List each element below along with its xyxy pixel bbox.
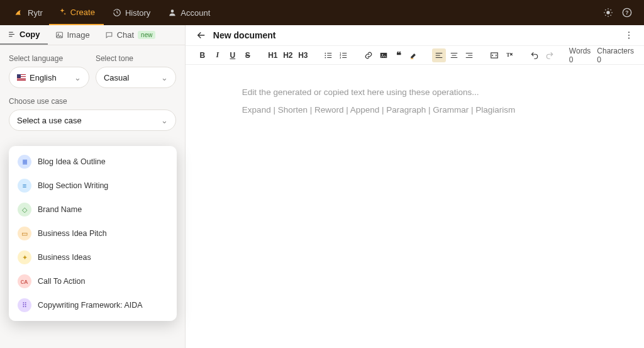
help-icon: ? <box>622 8 632 18</box>
nav-create-label: Create <box>70 8 95 17</box>
strike-button[interactable]: S <box>241 48 255 62</box>
sun-icon <box>603 8 613 18</box>
usecase-value: Select a use case <box>17 116 82 125</box>
flag-us-icon <box>17 74 26 81</box>
usecase-option[interactable]: ◇Brand Name <box>9 198 177 222</box>
doc-header: New document <box>186 25 644 46</box>
align-center-icon <box>450 51 458 60</box>
sidebar: Copy Image Chat new Select language Engl… <box>0 25 186 348</box>
svg-point-12 <box>57 33 58 35</box>
help-button[interactable]: ? <box>618 3 636 22</box>
svg-line-6 <box>611 15 611 16</box>
usecase-option-icon: ✦ <box>18 250 31 264</box>
link-button[interactable] <box>362 48 375 62</box>
usecase-option[interactable]: ⠿Copywriting Framework: AIDA <box>9 293 177 317</box>
more-button[interactable] <box>624 30 634 40</box>
usecase-option-label: Copywriting Framework: AIDA <box>38 301 143 310</box>
more-vert-icon <box>624 30 634 40</box>
svg-line-5 <box>605 9 606 10</box>
svg-rect-24 <box>411 58 414 59</box>
tab-copy-label: Copy <box>19 30 40 39</box>
nav-account[interactable]: Account <box>159 0 219 25</box>
bullet-list-button[interactable] <box>321 48 335 62</box>
svg-point-0 <box>606 11 609 14</box>
side-tabs: Copy Image Chat new <box>0 25 185 45</box>
highlight-button[interactable] <box>407 48 421 62</box>
nav-create[interactable]: Create <box>49 0 104 25</box>
nav-account-label: Account <box>180 8 210 18</box>
image-icon <box>55 31 64 39</box>
tone-select[interactable]: Casual ⌄ <box>96 67 176 88</box>
tone-value: Casual <box>104 73 129 82</box>
svg-point-14 <box>628 35 630 36</box>
svg-line-7 <box>605 15 606 16</box>
usecase-option-icon: ◇ <box>18 203 31 216</box>
link-icon <box>364 51 373 60</box>
usecase-option[interactable]: ▭Business Idea Pitch <box>9 222 177 245</box>
number-list-button[interactable]: 123 <box>336 48 350 62</box>
usecase-select[interactable]: Select a use case ⌄ <box>9 109 176 131</box>
align-left-icon <box>435 51 443 60</box>
svg-point-18 <box>325 57 326 58</box>
bold-button[interactable]: B <box>196 48 209 62</box>
undo-button[interactable] <box>528 48 541 62</box>
usecase-option[interactable]: cᴀCall To Action <box>9 269 177 293</box>
main: Copy Image Chat new Select language Engl… <box>0 25 644 348</box>
image-icon <box>379 51 388 60</box>
h2-button[interactable]: H2 <box>281 48 295 62</box>
tab-chat[interactable]: Chat new <box>97 25 164 45</box>
usecase-option-icon: ≡ <box>18 179 31 193</box>
usecase-option[interactable]: ≡Blog Section Writing <box>9 174 177 198</box>
list-ol-icon: 123 <box>339 51 348 60</box>
usecase-option[interactable]: ✦Business Ideas <box>9 245 177 269</box>
counts: Words 0 Characters 0 <box>569 47 634 64</box>
tab-image[interactable]: Image <box>48 25 97 45</box>
usecase-label: Choose use case <box>9 97 176 106</box>
usecase-option-icon: cᴀ <box>18 274 31 288</box>
panel: Select language English ⌄ Select tone Ca… <box>0 45 185 140</box>
tone-label: Select tone <box>96 54 176 63</box>
code-block-icon <box>490 51 499 60</box>
align-center-button[interactable] <box>447 48 461 62</box>
usecase-option-label: Brand Name <box>38 205 82 214</box>
code-block-button[interactable] <box>487 48 501 62</box>
topbar: Rytr Create History Account ? <box>0 0 644 25</box>
editor: New document B I U S H1 H2 H3 123 <box>186 25 644 348</box>
clear-format-button[interactable]: T <box>502 48 516 62</box>
back-button[interactable] <box>196 30 207 41</box>
align-left-button[interactable] <box>432 48 446 62</box>
chars-label: Characters <box>597 47 634 55</box>
align-right-button[interactable] <box>462 48 476 62</box>
svg-point-17 <box>325 55 326 56</box>
page-title: New document <box>213 30 624 40</box>
usecase-option[interactable]: ≣Blog Idea & Outline <box>9 150 177 174</box>
image-button[interactable] <box>377 48 391 62</box>
h3-button[interactable]: H3 <box>296 48 310 62</box>
nav-history[interactable]: History <box>104 0 159 25</box>
usecase-option-icon: ▭ <box>18 227 31 240</box>
italic-button[interactable]: I <box>211 48 225 62</box>
svg-text:T: T <box>506 52 510 58</box>
svg-point-15 <box>628 38 630 39</box>
language-value: English <box>30 73 57 82</box>
chevron-down-icon: ⌄ <box>74 73 81 82</box>
editor-placeholder-line2: Expand | Shorten | Reword | Append | Par… <box>242 101 587 119</box>
align-right-icon <box>465 51 474 60</box>
svg-point-23 <box>382 53 383 55</box>
usecase-option-icon: ≣ <box>18 155 31 169</box>
h1-button[interactable]: H1 <box>266 48 280 62</box>
underline-button[interactable]: U <box>226 48 240 62</box>
brand[interactable]: Rytr <box>8 0 49 25</box>
chevron-down-icon: ⌄ <box>161 73 168 82</box>
tab-copy[interactable]: Copy <box>0 25 48 45</box>
redo-button[interactable] <box>543 48 557 62</box>
usecase-option-label: Blog Idea & Outline <box>38 157 106 166</box>
doc-body[interactable]: Edit the generated or copied text here u… <box>186 65 644 348</box>
theme-toggle[interactable] <box>599 3 618 22</box>
language-select[interactable]: English ⌄ <box>9 67 89 88</box>
quote-button[interactable]: ❝ <box>392 48 406 62</box>
usecase-option-label: Blog Section Writing <box>38 181 108 190</box>
usecase-option-label: Business Idea Pitch <box>38 229 107 238</box>
brand-logo-icon <box>14 8 24 18</box>
clear-format-icon: T <box>505 51 514 60</box>
